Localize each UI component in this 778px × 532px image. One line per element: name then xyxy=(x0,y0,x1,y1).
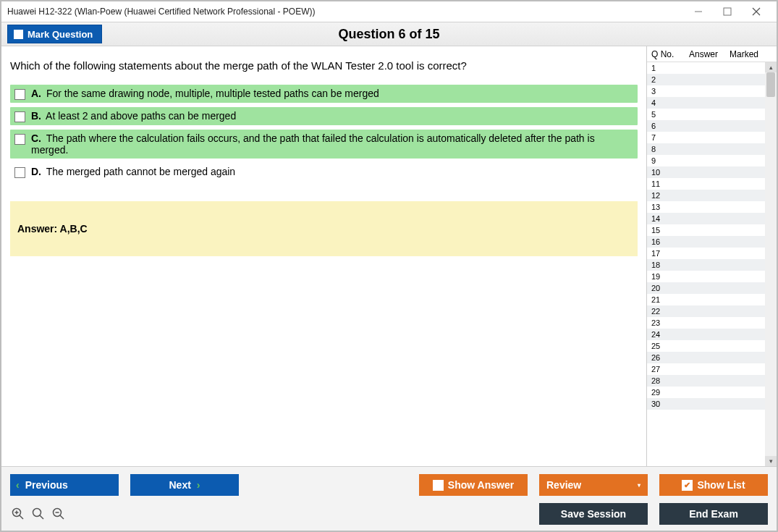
list-row[interactable]: 16 xyxy=(647,236,777,248)
option-text: A. For the same drawing node, multiple, … xyxy=(31,88,379,99)
question-list-panel: Q No. Answer Marked 12345678910111213141… xyxy=(646,46,777,466)
window-controls xyxy=(684,2,771,21)
panel-header: Q No. Answer Marked xyxy=(647,46,777,62)
row-qno: 3 xyxy=(647,87,685,96)
review-button[interactable]: Review ▾ xyxy=(539,474,648,496)
list-row[interactable]: 27 xyxy=(647,363,777,375)
list-row[interactable]: 20 xyxy=(647,282,777,294)
list-row[interactable]: 30 xyxy=(647,398,777,410)
scroll-thumb[interactable] xyxy=(766,72,775,97)
previous-label: Previous xyxy=(25,479,68,491)
row-qno: 7 xyxy=(647,133,685,142)
previous-button[interactable]: ‹ Previous xyxy=(10,474,119,496)
row-qno: 8 xyxy=(647,145,685,153)
row-qno: 30 xyxy=(647,400,685,408)
row-qno: 20 xyxy=(647,284,685,292)
window-title: Huawei H12-322 (Wlan-Poew (Huawei Certif… xyxy=(7,7,684,17)
row-qno: 29 xyxy=(647,388,685,397)
save-session-label: Save Session xyxy=(561,508,626,520)
mark-question-button[interactable]: Mark Question xyxy=(7,25,102,43)
row-qno: 25 xyxy=(647,342,685,350)
chevron-left-icon: ‹ xyxy=(16,479,20,491)
show-list-button[interactable]: ✔ Show List xyxy=(659,474,768,496)
answer-box: Answer: A,B,C xyxy=(10,201,638,256)
end-exam-button[interactable]: End Exam xyxy=(659,503,768,525)
svg-line-9 xyxy=(40,515,43,519)
list-row[interactable]: 3 xyxy=(647,85,777,97)
row-qno: 19 xyxy=(647,272,685,281)
option-row[interactable]: D. The merged path cannot be merged agai… xyxy=(10,163,638,181)
row-qno: 1 xyxy=(647,64,685,72)
question-area: Which of the following statements about … xyxy=(1,46,646,466)
option-text: D. The merged path cannot be merged agai… xyxy=(31,166,235,177)
list-row[interactable]: 2 xyxy=(647,74,777,85)
row-qno: 26 xyxy=(647,353,685,362)
panel-rows: 1234567891011121314151617181920212223242… xyxy=(647,62,777,466)
show-answer-button[interactable]: Show Answer xyxy=(419,474,528,496)
list-row[interactable]: 9 xyxy=(647,155,777,166)
zoom-reset-icon[interactable] xyxy=(30,506,46,522)
row-qno: 2 xyxy=(647,75,685,84)
zoom-in-icon[interactable] xyxy=(10,506,26,522)
scroll-down-icon[interactable]: ▾ xyxy=(765,456,777,466)
option-checkbox[interactable] xyxy=(14,89,25,100)
list-row[interactable]: 17 xyxy=(647,248,777,259)
option-checkbox[interactable] xyxy=(14,111,25,122)
row-qno: 27 xyxy=(647,365,685,373)
list-row[interactable]: 12 xyxy=(647,190,777,201)
maximize-icon[interactable] xyxy=(713,2,742,21)
list-row[interactable]: 15 xyxy=(647,224,777,236)
list-row[interactable]: 13 xyxy=(647,201,777,213)
save-session-button[interactable]: Save Session xyxy=(539,503,648,525)
row-qno: 10 xyxy=(647,168,685,177)
list-row[interactable]: 1 xyxy=(647,62,777,74)
list-row[interactable]: 29 xyxy=(647,387,777,398)
list-row[interactable]: 22 xyxy=(647,305,777,317)
option-row[interactable]: C. The path where the calculation fails … xyxy=(10,130,638,159)
list-row[interactable]: 23 xyxy=(647,317,777,329)
mark-question-label: Mark Question xyxy=(28,29,93,40)
chevron-right-icon: › xyxy=(197,479,200,491)
show-answer-label: Show Answer xyxy=(448,479,514,491)
zoom-controls xyxy=(10,506,67,522)
svg-line-5 xyxy=(20,515,23,519)
row-qno: 9 xyxy=(647,156,685,165)
option-checkbox[interactable] xyxy=(14,134,25,145)
row-qno: 5 xyxy=(647,110,685,119)
list-row[interactable]: 7 xyxy=(647,132,777,143)
question-counter: Question 6 of 15 xyxy=(1,27,777,42)
svg-line-11 xyxy=(60,515,64,519)
list-row[interactable]: 10 xyxy=(647,166,777,178)
list-row[interactable]: 25 xyxy=(647,340,777,352)
list-row[interactable]: 18 xyxy=(647,259,777,271)
list-row[interactable]: 6 xyxy=(647,120,777,132)
list-row[interactable]: 14 xyxy=(647,213,777,224)
minimize-icon[interactable] xyxy=(684,2,713,21)
list-row[interactable]: 19 xyxy=(647,271,777,282)
header-bar: Mark Question Question 6 of 15 xyxy=(1,22,777,46)
row-qno: 22 xyxy=(647,307,685,316)
scrollbar[interactable]: ▴ ▾ xyxy=(765,62,777,466)
checkbox-icon xyxy=(433,480,444,491)
zoom-out-icon[interactable] xyxy=(51,506,67,522)
show-list-label: Show List xyxy=(697,479,745,491)
list-row[interactable]: 8 xyxy=(647,143,777,155)
list-row[interactable]: 4 xyxy=(647,97,777,109)
option-row[interactable]: A. For the same drawing node, multiple, … xyxy=(10,85,638,103)
list-row[interactable]: 5 xyxy=(647,109,777,120)
close-icon[interactable] xyxy=(742,2,771,21)
list-row[interactable]: 28 xyxy=(647,375,777,387)
list-row[interactable]: 24 xyxy=(647,329,777,340)
review-label: Review xyxy=(546,479,581,491)
list-row[interactable]: 21 xyxy=(647,294,777,305)
option-checkbox[interactable] xyxy=(14,167,25,178)
option-text: C. The path where the calculation fails … xyxy=(31,132,633,156)
option-text: B. At least 2 and above paths can be mer… xyxy=(31,110,236,122)
footer: ‹ Previous Next › Show Answer Review ▾ ✔… xyxy=(1,466,777,531)
list-row[interactable]: 11 xyxy=(647,178,777,190)
list-row[interactable]: 26 xyxy=(647,352,777,363)
option-row[interactable]: B. At least 2 and above paths can be mer… xyxy=(10,107,638,125)
next-button[interactable]: Next › xyxy=(130,474,239,496)
scroll-up-icon[interactable]: ▴ xyxy=(765,62,777,72)
row-qno: 28 xyxy=(647,376,685,385)
